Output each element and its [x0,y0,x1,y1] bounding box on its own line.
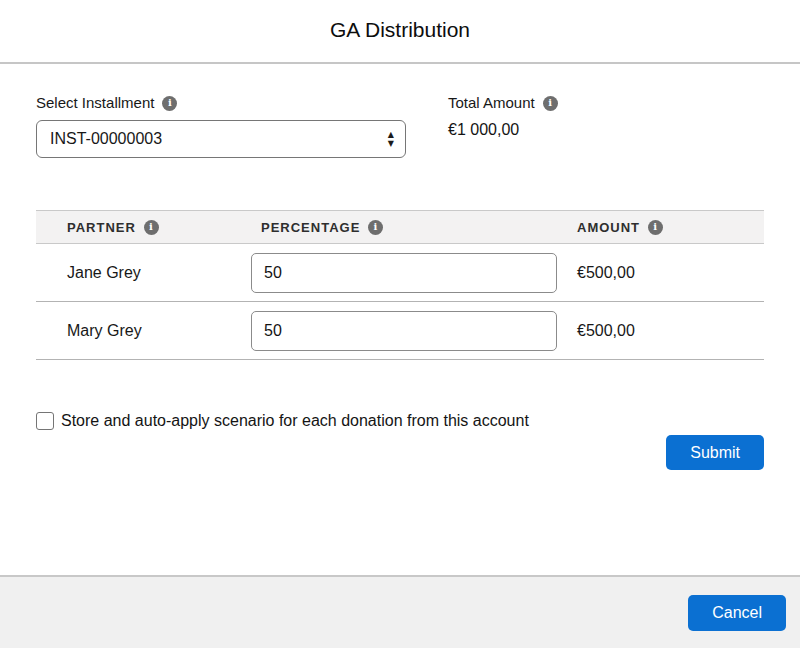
amount-value: €500,00 [567,264,764,282]
total-amount-label-text: Total Amount [448,94,535,112]
installment-select[interactable]: INST-00000003 ▲ ▼ [36,120,406,158]
distribution-table: PARTNER i PERCENTAGE i AMOUNT i Jane Gre… [36,210,764,360]
store-scenario-row: Store and auto-apply scenario for each d… [36,412,764,430]
table-header-row: PARTNER i PERCENTAGE i AMOUNT i [36,211,764,244]
info-icon[interactable]: i [648,220,663,235]
installment-field: Select Installment i INST-00000003 ▲ ▼ [36,94,406,158]
modal-header: GA Distribution [0,0,800,64]
table-row: Mary Grey €500,00 [36,302,764,360]
info-icon[interactable]: i [162,96,177,111]
modal-footer: Cancel [0,575,800,648]
select-stepper-icon: ▲ ▼ [388,131,394,147]
installment-form-row: Select Installment i INST-00000003 ▲ ▼ T… [36,94,764,158]
total-amount-field: Total Amount i €1 000,00 [448,94,558,139]
percentage-header-text: PERCENTAGE [261,220,360,235]
total-amount-label: Total Amount i [448,94,558,112]
cancel-button[interactable]: Cancel [688,595,786,631]
store-scenario-label[interactable]: Store and auto-apply scenario for each d… [61,412,529,430]
info-icon[interactable]: i [368,220,383,235]
page-title: GA Distribution [0,18,800,42]
stepper-down-icon: ▼ [388,140,394,147]
submit-row: Submit [36,435,764,470]
installment-select-value: INST-00000003 [50,130,162,148]
partner-name: Jane Grey [36,264,251,282]
installment-label-text: Select Installment [36,94,154,112]
percentage-cell [251,253,567,293]
column-header-partner: PARTNER i [36,220,251,235]
modal-body: Select Installment i INST-00000003 ▲ ▼ T… [0,94,800,470]
total-amount-value: €1 000,00 [448,121,558,139]
submit-button[interactable]: Submit [666,435,764,470]
partner-header-text: PARTNER [67,220,136,235]
column-header-amount: AMOUNT i [567,220,764,235]
store-scenario-checkbox[interactable] [36,412,54,430]
percentage-input[interactable] [251,311,557,351]
percentage-cell [251,311,567,351]
stepper-up-icon: ▲ [388,131,394,138]
amount-header-text: AMOUNT [577,220,640,235]
partner-name: Mary Grey [36,322,251,340]
info-icon[interactable]: i [144,220,159,235]
installment-label: Select Installment i [36,94,177,112]
column-header-percentage: PERCENTAGE i [251,220,567,235]
table-row: Jane Grey €500,00 [36,244,764,302]
amount-value: €500,00 [567,322,764,340]
percentage-input[interactable] [251,253,557,293]
info-icon[interactable]: i [543,96,558,111]
